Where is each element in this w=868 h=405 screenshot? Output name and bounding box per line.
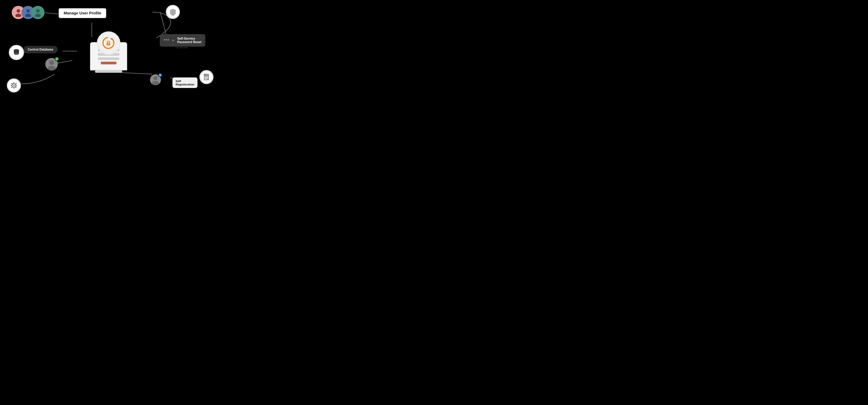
svg-rect-34 [205, 79, 207, 79]
database-node [9, 45, 24, 60]
svg-rect-20 [13, 87, 14, 89]
asterisks-icon: *** [164, 38, 169, 43]
svg-point-4 [36, 9, 40, 13]
laptop-stand [95, 70, 122, 73]
manage-user-profile-text: Manage User Profile [64, 11, 101, 15]
password-reset-box: *** ► Self-Service Password Reset [160, 34, 205, 46]
central-device [87, 31, 130, 74]
settings-node [7, 78, 21, 93]
shield-node [166, 5, 180, 19]
svg-rect-19 [13, 82, 14, 84]
central-database-label: Central Database [24, 46, 58, 53]
database-icon [9, 45, 24, 60]
app-logo-icon [101, 36, 116, 50]
laptop-bar-3 [98, 57, 119, 60]
verified-user-node: ✓ [45, 58, 58, 71]
self-registration-text: Self [176, 79, 194, 83]
user-avatars-group [12, 6, 44, 19]
person-icon-teal [34, 8, 42, 17]
svg-rect-22 [16, 85, 17, 86]
svg-point-14 [108, 43, 109, 44]
shield-icon [166, 5, 179, 19]
diagram-scene: Manage User Profile Central Database ✓ [0, 0, 217, 101]
svg-rect-21 [11, 85, 12, 86]
svg-point-0 [17, 9, 20, 13]
svg-rect-32 [205, 77, 208, 77]
svg-point-3 [25, 14, 31, 17]
svg-point-28 [154, 76, 157, 80]
svg-point-29 [152, 81, 159, 85]
svg-point-5 [35, 14, 41, 17]
svg-point-2 [26, 9, 30, 13]
svg-point-10 [49, 60, 54, 65]
manage-user-profile-label: Manage User Profile [59, 8, 106, 18]
self-registration-label: Self Registeration [173, 77, 197, 88]
self-registration-subtext: Registeration [176, 83, 194, 86]
plus-badge: + [158, 73, 162, 77]
laptop-bar-red [101, 62, 116, 64]
avatar-teal [31, 6, 44, 19]
central-database-text: Central Database [28, 48, 53, 51]
document-icon [200, 70, 213, 84]
logo-circle [97, 31, 120, 55]
check-badge: ✓ [55, 57, 59, 61]
svg-point-1 [16, 14, 21, 17]
document-node [199, 70, 214, 84]
arrow-icon: ► [172, 39, 175, 42]
self-reg-user-node: + [150, 74, 161, 86]
settings-icon [7, 78, 20, 93]
svg-rect-33 [205, 78, 208, 78]
svg-point-11 [48, 66, 56, 71]
password-reset-text: Self-Service Password Reset [177, 37, 202, 44]
svg-point-18 [13, 85, 14, 86]
svg-point-8 [14, 53, 19, 55]
